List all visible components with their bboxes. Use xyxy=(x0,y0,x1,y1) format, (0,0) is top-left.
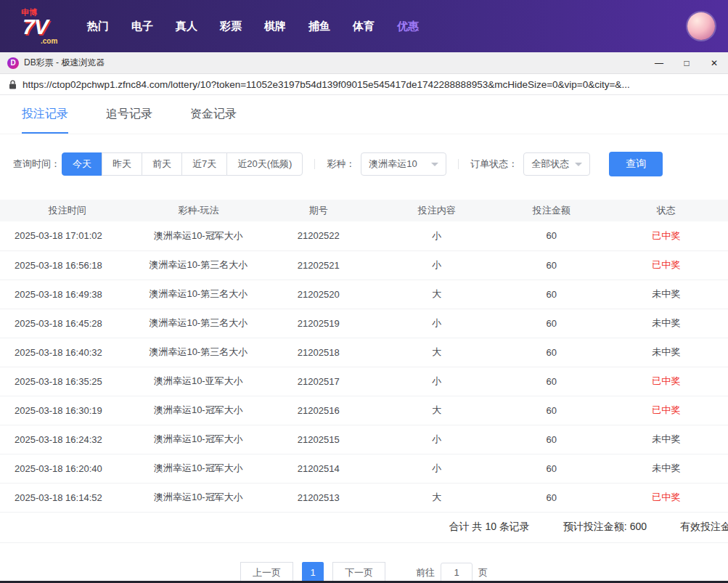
expected-amount-text: 预计投注金额: 600 xyxy=(563,521,647,534)
maximize-icon[interactable]: □ xyxy=(673,52,700,74)
tab-chase-records[interactable]: 追号记录 xyxy=(106,107,152,134)
filter-bar: 查询时间： 今天 昨天 前天 近7天 近20天(低频) 彩种： 澳洲幸运10 订… xyxy=(13,152,715,176)
chevron-down-icon xyxy=(431,163,438,166)
cell-content: 小 xyxy=(375,367,499,396)
nav-item-fishing[interactable]: 捕鱼 xyxy=(308,20,330,33)
time-filter-20days[interactable]: 近20天(低频) xyxy=(226,152,303,176)
nav-item-lottery[interactable]: 彩票 xyxy=(220,20,242,33)
cell-bet-time: 2025-03-18 16:56:18 xyxy=(0,250,135,280)
cell-amount: 60 xyxy=(499,367,604,396)
goto-suffix: 页 xyxy=(478,566,488,579)
screen: 申博 7V .com 热门 电子 真人 彩票 棋牌 捕鱼 体育 优惠 D DB彩… xyxy=(0,0,728,583)
cell-bet-time: 2025-03-18 16:49:38 xyxy=(0,280,135,309)
main-nav: 热门 电子 真人 彩票 棋牌 捕鱼 体育 优惠 xyxy=(87,20,419,33)
table-row: 2025-03-18 16:14:52 澳洲幸运10-冠军大小 21202513… xyxy=(0,483,728,512)
lottery-type-select[interactable]: 澳洲幸运10 xyxy=(361,152,446,176)
goto-page-input[interactable] xyxy=(441,563,473,583)
time-filter-yesterday[interactable]: 昨天 xyxy=(102,152,142,176)
cell-content: 小 xyxy=(375,309,499,338)
cell-amount: 60 xyxy=(499,454,604,483)
cell-bet-time: 2025-03-18 17:01:02 xyxy=(0,221,135,250)
cell-issue: 21202521 xyxy=(262,250,375,280)
total-records-text: 合计 共 10 条记录 xyxy=(449,521,530,534)
cell-content: 大 xyxy=(375,396,499,425)
table-row: 2025-03-18 16:30:19 澳洲幸运10-冠军大小 21202516… xyxy=(0,396,728,425)
cell-issue: 21202518 xyxy=(262,338,375,367)
time-filter-group: 今天 昨天 前天 近7天 近20天(低频) xyxy=(62,152,303,176)
cell-bet-time: 2025-03-18 16:35:25 xyxy=(0,367,135,396)
site-logo[interactable]: 申博 7V .com xyxy=(19,7,68,46)
cell-bet-time: 2025-03-18 16:14:52 xyxy=(0,483,135,512)
cell-issue: 21202519 xyxy=(262,309,375,338)
close-icon[interactable]: ✕ xyxy=(700,52,728,74)
cell-play: 澳洲幸运10-第三名大小 xyxy=(135,280,263,309)
filter-divider xyxy=(458,159,459,169)
nav-item-live[interactable]: 真人 xyxy=(176,20,197,33)
order-status-value: 全部状态 xyxy=(531,158,569,171)
cell-content: 小 xyxy=(375,425,499,454)
query-button[interactable]: 查询 xyxy=(609,152,663,176)
pagination: 上一页 1 下一页 前往 页 xyxy=(0,562,728,583)
user-avatar[interactable] xyxy=(687,12,715,40)
lock-icon xyxy=(9,80,17,89)
nav-item-electronic[interactable]: 电子 xyxy=(131,20,153,33)
cell-status: 未中奖 xyxy=(604,338,728,367)
cell-play: 澳洲幸运10-第三名大小 xyxy=(135,309,263,338)
cell-issue: 21202513 xyxy=(262,483,375,512)
col-header-bet-time: 投注时间 xyxy=(0,200,135,221)
nav-item-hot[interactable]: 热门 xyxy=(87,20,109,33)
cell-status: 未中奖 xyxy=(604,454,728,483)
cell-status: 已中奖 xyxy=(604,250,728,280)
nav-item-sports[interactable]: 体育 xyxy=(353,20,375,33)
cell-content: 小 xyxy=(375,221,499,250)
cell-status: 已中奖 xyxy=(604,483,728,512)
cell-status: 未中奖 xyxy=(604,280,728,309)
lottery-type-value: 澳洲幸运10 xyxy=(369,158,417,171)
address-bar: https://ctop02pchwp1.zfnc84.com/lottery/… xyxy=(0,74,728,95)
goto-label: 前往 xyxy=(416,566,435,579)
cell-status: 未中奖 xyxy=(604,309,728,338)
url-text[interactable]: https://ctop02pchwp1.zfnc84.com/lottery/… xyxy=(23,79,630,90)
order-status-select[interactable]: 全部状态 xyxy=(523,152,590,176)
col-header-amount: 投注金额 xyxy=(499,200,604,221)
cell-amount: 60 xyxy=(499,309,604,338)
minimize-icon[interactable]: — xyxy=(645,52,673,74)
cell-issue: 21202517 xyxy=(262,367,375,396)
cell-play: 澳洲幸运10-冠军大小 xyxy=(135,396,263,425)
current-page-button[interactable]: 1 xyxy=(302,562,324,583)
cell-issue: 21202516 xyxy=(262,396,375,425)
time-filter-7days[interactable]: 近7天 xyxy=(181,152,227,176)
summary-bar: 合计 共 10 条记录 预计投注金额: 600 有效投注金额 xyxy=(0,513,728,543)
time-filter-today[interactable]: 今天 xyxy=(62,152,102,176)
cell-play: 澳洲幸运10-第三名大小 xyxy=(135,338,263,367)
titlebar-left: D DB彩票 - 极速浏览器 xyxy=(7,57,105,69)
table-row: 2025-03-18 16:24:32 澳洲幸运10-冠军大小 21202515… xyxy=(0,425,728,454)
time-filter-label: 查询时间： xyxy=(13,158,60,171)
table-row: 2025-03-18 17:01:02 澳洲幸运10-冠军大小 21202522… xyxy=(0,221,728,250)
table-row: 2025-03-18 16:35:25 澳洲幸运10-亚军大小 21202517… xyxy=(0,367,728,396)
tab-bet-records[interactable]: 投注记录 xyxy=(22,107,68,134)
next-page-button[interactable]: 下一页 xyxy=(332,562,385,583)
nav-item-promo[interactable]: 优惠 xyxy=(397,20,419,33)
cell-amount: 60 xyxy=(499,425,604,454)
cell-bet-time: 2025-03-18 16:20:40 xyxy=(0,454,135,483)
cell-issue: 21202514 xyxy=(262,454,375,483)
browser-titlebar: D DB彩票 - 极速浏览器 — □ ✕ xyxy=(0,52,728,74)
bet-records-table: 投注时间 彩种-玩法 期号 投注内容 投注金额 状态 2025-03-18 17… xyxy=(0,200,728,513)
cell-bet-time: 2025-03-18 16:24:32 xyxy=(0,425,135,454)
cell-issue: 21202515 xyxy=(262,425,375,454)
time-filter-daybefore[interactable]: 前天 xyxy=(142,152,182,176)
filter-divider xyxy=(314,159,315,169)
cell-status: 已中奖 xyxy=(604,396,728,425)
browser-favicon: D xyxy=(7,57,19,69)
bet-table-body: 2025-03-18 17:01:02 澳洲幸运10-冠军大小 21202522… xyxy=(0,221,728,512)
cell-play: 澳洲幸运10-冠军大小 xyxy=(135,483,263,512)
prev-page-button[interactable]: 上一页 xyxy=(240,562,293,583)
cell-amount: 60 xyxy=(499,250,604,280)
tab-fund-records[interactable]: 资金记录 xyxy=(190,107,237,134)
nav-item-board[interactable]: 棋牌 xyxy=(264,20,286,33)
cell-content: 大 xyxy=(375,338,499,367)
chevron-down-icon xyxy=(575,163,582,166)
cell-content: 大 xyxy=(375,483,499,512)
table-row: 2025-03-18 16:49:38 澳洲幸运10-第三名大小 2120252… xyxy=(0,280,728,309)
